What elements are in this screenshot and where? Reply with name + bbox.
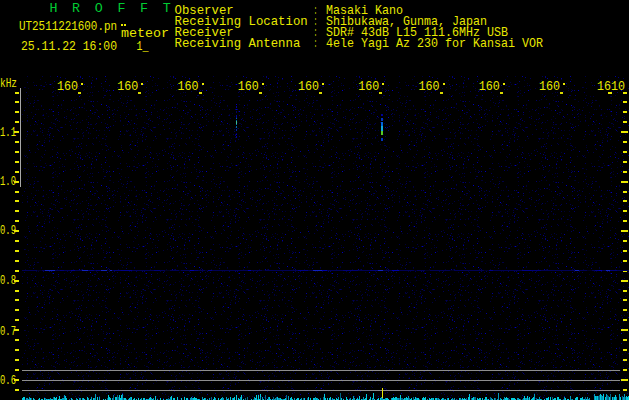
svg-text:O: O (95, 1, 103, 16)
svg-text:H: H (50, 1, 58, 16)
svg-text:160: 160 (539, 79, 560, 94)
svg-text:1.0: 1.0 (0, 174, 16, 189)
svg-text:4ele Yagi Az 230 for Kansai VO: 4ele Yagi Az 230 for Kansai VOR (326, 36, 543, 51)
svg-text:0.8: 0.8 (0, 273, 16, 288)
svg-text:Receiving Antenna: Receiving Antenna (175, 36, 301, 51)
svg-text:0.7: 0.7 (0, 324, 16, 339)
svg-text:0.6: 0.6 (0, 373, 16, 388)
svg-text:F: F (117, 1, 125, 16)
svg-text:160: 160 (57, 79, 78, 94)
svg-text:1610: 1610 (597, 79, 625, 94)
svg-text:160: 160 (419, 79, 440, 94)
svg-text:kHz: kHz (0, 76, 17, 91)
svg-text:1_: 1_ (137, 39, 149, 54)
svg-text:0.9: 0.9 (0, 223, 16, 238)
svg-text:160: 160 (178, 79, 199, 94)
svg-text:160: 160 (117, 79, 138, 94)
svg-text:R: R (72, 1, 80, 16)
svg-text:160: 160 (358, 79, 379, 94)
svg-text:160: 160 (238, 79, 259, 94)
svg-text:F: F (140, 1, 148, 16)
svg-text:1.1: 1.1 (0, 125, 16, 140)
svg-text:160: 160 (479, 79, 500, 94)
svg-text:160: 160 (298, 79, 319, 94)
svg-text::: : (314, 36, 317, 51)
svg-text:25.11.22 16:00: 25.11.22 16:00 (21, 39, 117, 54)
svg-text:T: T (163, 1, 171, 16)
svg-text:UT2511221600.pn: UT2511221600.pn (19, 19, 117, 34)
